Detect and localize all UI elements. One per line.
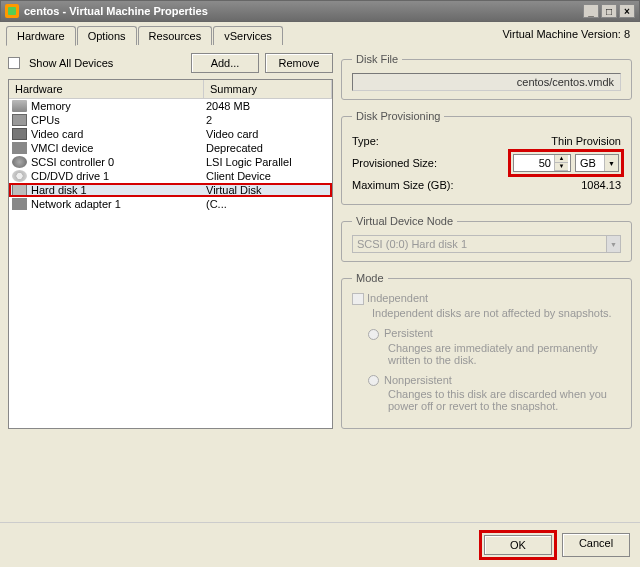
disk-file-field: centos/centos.vmdk (352, 73, 621, 91)
show-all-checkbox[interactable] (8, 57, 20, 69)
size-spinner[interactable]: ▲▼ (513, 154, 571, 172)
vm-version-label: Virtual Machine Version: 8 (502, 28, 630, 40)
video-icon (12, 128, 27, 140)
type-value: Thin Provision (551, 135, 621, 147)
remove-button[interactable]: Remove (265, 53, 333, 73)
list-item[interactable]: CD/DVD drive 1Client Device (9, 169, 332, 183)
nonpersistent-desc: Changes to this disk are discarded when … (388, 388, 621, 412)
disk-file-group: Disk File centos/centos.vmdk (341, 53, 632, 100)
unit-combo[interactable]: GB ▼ (575, 154, 619, 172)
list-item[interactable]: VMCI deviceDeprecated (9, 141, 332, 155)
ok-highlight: OK (482, 533, 554, 557)
persistent-desc: Changes are immediately and permanently … (388, 342, 621, 366)
window-title: centos - Virtual Machine Properties (24, 5, 581, 17)
independent-checkbox (352, 293, 364, 305)
minimize-button[interactable]: _ (583, 4, 599, 18)
chevron-down-icon[interactable]: ▼ (604, 155, 618, 171)
max-size-label: Maximum Size (GB): (352, 179, 581, 191)
tab-options[interactable]: Options (77, 26, 137, 45)
max-size-value: 1084.13 (581, 179, 621, 191)
type-label: Type: (352, 135, 551, 147)
independent-desc: Independent disks are not affected by sn… (372, 307, 621, 319)
list-item[interactable]: Memory2048 MB (9, 99, 332, 113)
titlebar: centos - Virtual Machine Properties _ □ … (0, 0, 640, 22)
network-icon (12, 198, 27, 210)
persistent-radio (368, 329, 379, 340)
prov-size-label: Provisioned Size: (352, 157, 511, 169)
spin-up-icon[interactable]: ▲ (555, 155, 568, 163)
spin-down-icon[interactable]: ▼ (555, 163, 568, 171)
harddisk-icon (12, 184, 27, 196)
virtual-device-node-group: Virtual Device Node SCSI (0:0) Hard disk… (341, 215, 632, 262)
size-highlight: ▲▼ GB ▼ (511, 152, 621, 174)
nonpersistent-radio (368, 375, 379, 386)
list-item[interactable]: SCSI controller 0LSI Logic Parallel (9, 155, 332, 169)
disk-provisioning-group: Disk Provisioning Type:Thin Provision Pr… (341, 110, 632, 205)
list-item[interactable]: Video cardVideo card (9, 127, 332, 141)
disk-file-legend: Disk File (352, 53, 402, 65)
cancel-button[interactable]: Cancel (562, 533, 630, 557)
bottom-bar: OK Cancel (0, 522, 640, 567)
cd-icon (12, 170, 27, 182)
vmci-icon (12, 142, 27, 154)
memory-icon (12, 100, 27, 112)
scsi-icon (12, 156, 27, 168)
list-item-selected[interactable]: Hard disk 1Virtual Disk (9, 183, 332, 197)
close-button[interactable]: × (619, 4, 635, 18)
mode-group: Mode Independent Independent disks are n… (341, 272, 632, 429)
cpu-icon (12, 114, 27, 126)
app-icon (5, 4, 19, 18)
persistent-label: Persistent (384, 327, 433, 339)
show-all-label: Show All Devices (29, 57, 113, 69)
nonpersistent-label: Nonpersistent (384, 374, 452, 386)
tab-resources[interactable]: Resources (138, 26, 213, 45)
mode-legend: Mode (352, 272, 388, 284)
add-button[interactable]: Add... (191, 53, 259, 73)
hardware-list: Hardware Summary Memory2048 MB CPUs2 Vid… (8, 79, 333, 429)
vnode-combo: SCSI (0:0) Hard disk 1 ▼ (352, 235, 621, 253)
list-item[interactable]: CPUs2 (9, 113, 332, 127)
col-summary[interactable]: Summary (204, 80, 332, 98)
vnode-legend: Virtual Device Node (352, 215, 457, 227)
size-input[interactable] (514, 155, 554, 171)
tab-vservices[interactable]: vServices (213, 26, 283, 45)
disk-provisioning-legend: Disk Provisioning (352, 110, 444, 122)
col-hardware[interactable]: Hardware (9, 80, 204, 98)
chevron-down-icon: ▼ (606, 236, 620, 252)
list-item[interactable]: Network adapter 1(C... (9, 197, 332, 211)
independent-label: Independent (367, 292, 428, 304)
tab-hardware[interactable]: Hardware (6, 26, 76, 46)
tab-bar: Hardware Options Resources vServices Vir… (0, 22, 640, 45)
maximize-button[interactable]: □ (601, 4, 617, 18)
ok-button[interactable]: OK (484, 535, 552, 555)
